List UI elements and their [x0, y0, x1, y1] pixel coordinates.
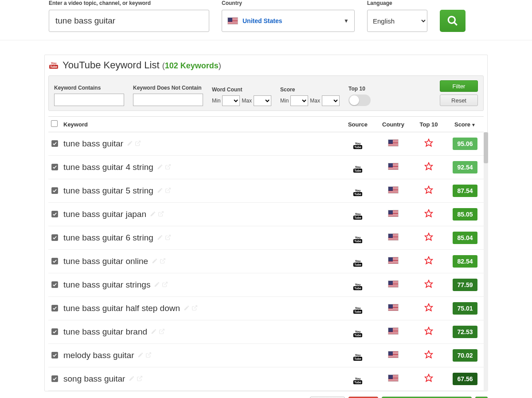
keyword-text: tune bass guitar	[63, 139, 123, 149]
edit-icon[interactable]	[129, 374, 135, 384]
search-button[interactable]	[440, 10, 466, 32]
wc-max-select[interactable]	[254, 95, 271, 106]
filter-contains-input[interactable]	[54, 94, 124, 106]
reset-button[interactable]: Reset	[440, 95, 478, 106]
wc-max-label: Max	[242, 98, 252, 104]
source-youtube-icon: YouTube	[353, 189, 362, 196]
source-youtube-icon: YouTube	[353, 213, 362, 220]
svg-line-18	[161, 329, 164, 332]
edit-icon[interactable]	[152, 256, 158, 266]
edit-icon[interactable]	[150, 209, 156, 219]
external-link-icon[interactable]	[162, 280, 168, 290]
header-country[interactable]: Country	[376, 117, 411, 132]
header-checkbox-cell	[48, 117, 61, 132]
edit-icon[interactable]	[184, 303, 190, 313]
external-link-icon[interactable]	[159, 327, 165, 337]
keyword-text: song bass guitar	[63, 374, 125, 384]
score-max-label: Max	[310, 98, 320, 104]
external-link-icon[interactable]	[165, 186, 171, 196]
score-min-select[interactable]	[290, 95, 308, 106]
edit-icon[interactable]	[157, 162, 163, 172]
edit-icon[interactable]	[154, 280, 160, 290]
star-icon	[424, 165, 433, 172]
row-checkbox[interactable]	[51, 375, 58, 382]
score-pill: 70.02	[453, 349, 477, 362]
source-youtube-icon: YouTube	[353, 260, 362, 267]
row-checkbox[interactable]	[51, 140, 58, 147]
header-top10[interactable]: Top 10	[411, 117, 446, 132]
svg-marker-5	[425, 163, 433, 170]
scrollbar-track[interactable]	[484, 132, 488, 391]
scrollbar-thumb[interactable]	[484, 132, 488, 163]
edit-icon[interactable]	[151, 327, 157, 337]
svg-line-4	[168, 165, 170, 167]
header-keyword[interactable]: Keyword	[61, 117, 340, 132]
us-flag-icon	[227, 17, 238, 24]
source-youtube-icon: YouTube	[353, 283, 362, 290]
row-checkbox[interactable]	[51, 328, 58, 335]
score-pill: 75.01	[453, 302, 477, 315]
top10-toggle[interactable]	[348, 95, 371, 106]
svg-marker-13	[425, 257, 433, 264]
keyword-text: tune bass guitar strings	[63, 280, 150, 290]
topic-input[interactable]	[49, 10, 209, 32]
us-flag-icon	[388, 210, 399, 217]
row-checkbox[interactable]	[51, 234, 58, 241]
external-link-icon[interactable]	[165, 162, 171, 172]
external-link-icon[interactable]	[145, 351, 152, 360]
edit-icon[interactable]	[157, 233, 163, 243]
edit-icon[interactable]	[127, 139, 133, 149]
external-link-icon[interactable]	[158, 209, 164, 219]
external-link-icon[interactable]	[135, 139, 141, 149]
row-checkbox[interactable]	[51, 258, 58, 264]
table-row: tune bass guitar 5 stringYouTube87.54	[48, 179, 484, 203]
country-select[interactable]: United States ▼	[222, 10, 355, 32]
keyword-cell: melody bass guitar	[63, 351, 337, 360]
row-checkbox[interactable]	[51, 305, 58, 311]
svg-marker-21	[425, 351, 433, 358]
header-score[interactable]: Score▼	[446, 117, 484, 132]
filter-contains: Keyword Contains	[54, 85, 124, 106]
table-row: tune bass guitar 6 stringYouTube85.04	[48, 226, 484, 250]
header-source[interactable]: Source	[340, 117, 376, 132]
external-link-icon[interactable]	[137, 374, 143, 384]
language-select[interactable]: English	[367, 10, 427, 32]
filter-notcontain-label: Keyword Does Not Contain	[133, 85, 203, 91]
filter-button[interactable]: Filter	[440, 80, 478, 92]
row-checkbox[interactable]	[51, 211, 58, 217]
keyword-cell: tune bass guitar	[63, 139, 337, 149]
row-checkbox[interactable]	[51, 164, 58, 170]
keyword-text: melody bass guitar	[63, 351, 134, 360]
youtube-icon: YouTube	[48, 60, 59, 71]
table-row: tune bass guitar stringsYouTube77.59	[48, 273, 484, 297]
us-flag-icon	[388, 280, 399, 288]
source-youtube-icon: YouTube	[353, 236, 362, 243]
external-link-icon[interactable]	[160, 256, 166, 266]
source-youtube-icon: YouTube	[353, 377, 362, 384]
sort-desc-icon: ▼	[471, 122, 476, 127]
wc-min-select[interactable]	[222, 95, 240, 106]
country-field: Country United States ▼	[222, 0, 355, 32]
svg-line-8	[160, 212, 163, 214]
external-link-icon[interactable]	[192, 303, 198, 313]
external-link-icon[interactable]	[165, 233, 171, 243]
row-checkbox[interactable]	[51, 281, 58, 288]
filter-notcontain-input[interactable]	[133, 94, 203, 106]
star-icon	[424, 188, 433, 196]
table-row: tune bass guitar brandYouTube72.53	[48, 320, 484, 344]
row-checkbox[interactable]	[51, 352, 58, 359]
score-pill: 82.54	[453, 255, 477, 268]
source-youtube-icon: YouTube	[353, 330, 362, 337]
table-row: melody bass guitarYouTube70.02	[48, 344, 484, 367]
star-icon	[424, 329, 433, 337]
select-all-checkbox[interactable]	[51, 120, 58, 127]
score-max-select[interactable]	[322, 95, 340, 106]
filter-score: Score Min Max	[280, 87, 340, 106]
row-checkbox[interactable]	[51, 187, 58, 194]
edit-icon[interactable]	[137, 351, 144, 360]
edit-icon[interactable]	[157, 186, 163, 196]
svg-line-22	[139, 376, 142, 379]
filter-not-contain: Keyword Does Not Contain	[133, 85, 203, 106]
svg-line-10	[168, 235, 170, 238]
panel-title-row: YouTube YouTube Keyword List (102 Keywor…	[45, 55, 487, 75]
